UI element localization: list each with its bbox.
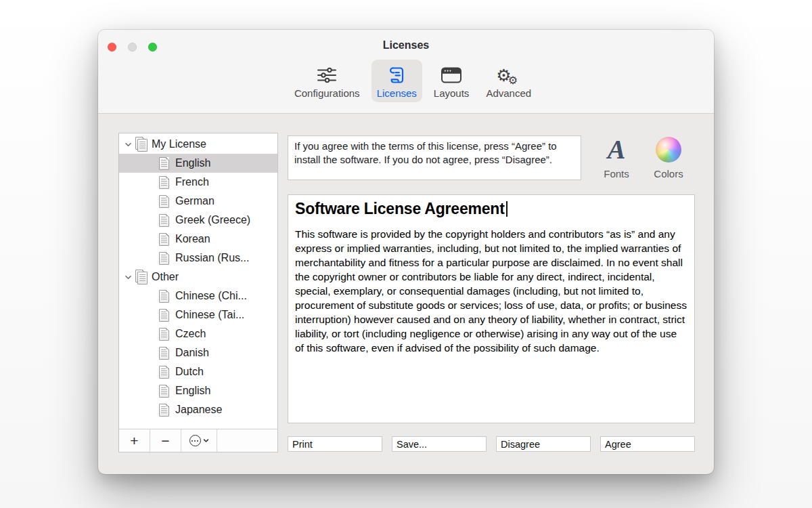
text-cursor xyxy=(506,201,508,217)
gears-icon: ⚙⚙ xyxy=(496,64,521,87)
ellipsis-circle-icon xyxy=(189,435,201,446)
window-title: Licenses xyxy=(98,39,714,51)
document-icon xyxy=(159,252,169,265)
tree-item-czech[interactable]: Czech xyxy=(119,324,277,343)
tree-item-chinese-china[interactable]: Chinese (Chi... xyxy=(119,287,277,305)
document-icon xyxy=(159,404,169,417)
colors-button-label: Colors xyxy=(649,168,688,179)
titlebar-toolbar[interactable]: Licenses Configurations xyxy=(98,30,714,114)
sidebar-toolbar-spacer xyxy=(217,429,277,452)
tree-item-label: Danish xyxy=(175,347,209,359)
license-tree-panel: My License English French German Greek (… xyxy=(118,133,278,452)
document-icon xyxy=(159,385,169,398)
button-label-fields xyxy=(288,436,695,452)
document-icon xyxy=(159,347,169,360)
tree-item-label: German xyxy=(175,195,215,207)
document-icon xyxy=(159,233,169,246)
chevron-down-icon[interactable] xyxy=(124,141,132,148)
tree-item-french[interactable]: French xyxy=(119,173,277,192)
tab-configurations-label: Configurations xyxy=(294,87,360,99)
document-icon xyxy=(159,214,169,227)
document-icon xyxy=(159,328,169,341)
tab-advanced-label: Advanced xyxy=(486,87,531,99)
tree-item-label: Japanese xyxy=(175,404,222,416)
tab-licenses-label: Licenses xyxy=(377,87,417,99)
tree-item-label: Chinese (Tai... xyxy=(175,309,244,321)
tree-item-chinese-taiwan[interactable]: Chinese (Tai... xyxy=(119,305,277,324)
tree-item-danish[interactable]: Danish xyxy=(119,343,277,362)
license-body-text: This software is provided by the copyrig… xyxy=(295,227,687,355)
document-icon xyxy=(159,290,169,303)
tree-item-label: French xyxy=(175,176,209,188)
more-actions-button[interactable] xyxy=(181,429,217,452)
tree-item-label: English xyxy=(175,385,210,397)
scroll-icon xyxy=(386,64,407,87)
document-icon xyxy=(159,366,169,379)
tab-layouts-label: Layouts xyxy=(434,87,470,99)
tree-item-german[interactable]: German xyxy=(119,192,277,211)
documents-stack-icon xyxy=(135,270,148,284)
document-icon xyxy=(159,176,169,189)
add-license-button[interactable]: + xyxy=(119,429,150,452)
tree-item-russian[interactable]: Russian (Rus... xyxy=(119,249,277,268)
tree-item-japanese[interactable]: Japanese xyxy=(119,400,277,419)
tree-item-korean[interactable]: Korean xyxy=(119,230,277,249)
color-wheel-icon xyxy=(656,137,681,163)
agree-label-field[interactable] xyxy=(600,436,695,452)
preferences-tabs: Configurations Licenses xyxy=(98,60,714,111)
tree-item-label: English xyxy=(175,157,210,169)
documents-stack-icon xyxy=(135,137,148,152)
fonts-button[interactable]: A Fonts xyxy=(597,133,636,179)
license-text-editor[interactable]: Software License Agreement This software… xyxy=(288,194,695,423)
tree-item-label: Greek (Greece) xyxy=(175,214,250,226)
tree-item-greek[interactable]: Greek (Greece) xyxy=(119,211,277,230)
tree-group-label: Other xyxy=(152,271,179,283)
tree-item-label: Dutch xyxy=(175,366,204,378)
save-label-field[interactable] xyxy=(392,436,487,452)
sidebar-toolbar: + − xyxy=(119,429,277,452)
sliders-icon xyxy=(315,64,338,87)
tree-item-label: Czech xyxy=(175,328,206,340)
tab-configurations[interactable]: Configurations xyxy=(289,60,365,102)
license-tree: My License English French German Greek (… xyxy=(119,133,277,429)
chevron-down-icon xyxy=(203,438,209,444)
document-icon xyxy=(159,157,169,170)
licenses-window: Licenses Configurations xyxy=(98,30,714,474)
tree-item-label: Chinese (Chi... xyxy=(175,290,247,302)
tab-licenses[interactable]: Licenses xyxy=(371,60,422,102)
tree-group-my-license[interactable]: My License xyxy=(119,135,277,154)
tree-item-english[interactable]: English xyxy=(119,154,277,173)
tree-item-label: Korean xyxy=(175,233,210,245)
tree-item-dutch[interactable]: Dutch xyxy=(119,362,277,381)
remove-license-button[interactable]: − xyxy=(150,429,181,452)
fonts-button-label: Fonts xyxy=(597,168,636,179)
window-icon xyxy=(441,64,462,87)
tab-layouts[interactable]: Layouts xyxy=(428,60,475,102)
chevron-down-icon[interactable] xyxy=(124,274,132,281)
tree-group-label: My License xyxy=(152,138,206,150)
instructions-text-field[interactable]: If you agree with the terms of this lice… xyxy=(288,135,581,180)
tree-item-english-other[interactable]: English xyxy=(119,381,277,400)
document-icon xyxy=(159,195,169,208)
fonts-icon: A xyxy=(608,136,626,163)
tab-advanced[interactable]: ⚙⚙ Advanced xyxy=(480,60,537,102)
tree-group-other[interactable]: Other xyxy=(119,268,277,287)
disagree-label-field[interactable] xyxy=(496,436,591,452)
tree-item-label: Russian (Rus... xyxy=(175,252,249,264)
license-heading: Software License Agreement xyxy=(295,200,505,217)
colors-button[interactable]: Colors xyxy=(649,133,688,179)
document-icon xyxy=(159,309,169,322)
print-label-field[interactable] xyxy=(288,436,382,452)
